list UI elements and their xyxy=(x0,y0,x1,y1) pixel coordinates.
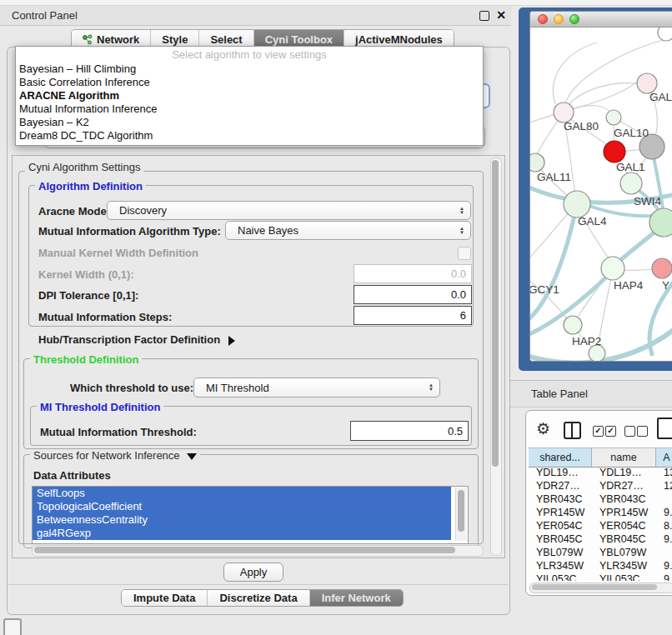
expanded-arrow-icon[interactable] xyxy=(187,453,197,460)
sources-group-title[interactable]: Sources for Network Inference xyxy=(30,449,200,462)
scrollbar-thumb[interactable] xyxy=(458,490,464,532)
table-row[interactable]: YBL079WYBL079W xyxy=(529,546,672,559)
network-node[interactable] xyxy=(620,172,642,194)
table-cell[interactable]: YDR27… xyxy=(592,479,656,492)
attribute-list-item[interactable]: SelfLoops xyxy=(33,487,451,500)
kernel-width-field[interactable]: 0.0 xyxy=(354,264,472,283)
table-column-header[interactable]: shared... xyxy=(529,448,592,467)
table-cell[interactable]: YBL079W xyxy=(529,546,592,559)
network-node[interactable] xyxy=(564,316,582,334)
float-window-icon[interactable] xyxy=(479,11,489,21)
network-edge[interactable] xyxy=(568,83,645,106)
table-cell[interactable]: YIL053C xyxy=(529,572,592,581)
attributes-vertical-scrollbar[interactable] xyxy=(455,488,467,541)
new-table-icon[interactable] xyxy=(657,418,672,439)
gear-icon[interactable]: ⚙ xyxy=(536,419,550,438)
unchecked-box-icon[interactable] xyxy=(624,426,635,437)
attribute-list-item[interactable]: gal4RGexp xyxy=(33,527,451,540)
dpi-tolerance-field[interactable]: 0.0 xyxy=(354,285,472,304)
table-column-header[interactable]: A xyxy=(656,448,672,467)
manual-kernel-checkbox[interactable] xyxy=(458,247,471,260)
mi-threshold-field[interactable]: 0.5 xyxy=(350,421,469,441)
scrollbar-thumb[interactable] xyxy=(532,584,657,590)
table-cell[interactable]: YBR043C xyxy=(529,492,592,506)
table-cell[interactable]: 13 xyxy=(656,466,672,479)
zoom-traffic-light-icon[interactable] xyxy=(569,14,579,24)
mi-steps-field[interactable]: 6 xyxy=(354,306,472,325)
dropdown-item[interactable]: ARACNE Algorithm xyxy=(16,89,483,102)
tab-impute-data[interactable]: Impute Data xyxy=(122,590,208,606)
network-edge[interactable] xyxy=(530,81,639,126)
table-cell[interactable]: YLR345W xyxy=(592,559,656,572)
table-row[interactable]: YDR27…YDR27…12 xyxy=(529,479,672,492)
table-cell[interactable]: 8. xyxy=(656,519,672,532)
table-cell[interactable]: YDL19… xyxy=(592,466,656,479)
network-graph[interactable]: GALGAL80GAL10GAL1GAL11GAL4SWI4GCY1HAP4YH… xyxy=(530,28,672,361)
table-cell[interactable]: 9. xyxy=(656,532,672,546)
table-row[interactable]: YDL19…YDL19…13 xyxy=(529,466,672,479)
table-row[interactable]: YER054CYER054C8. xyxy=(529,519,672,532)
network-node[interactable] xyxy=(530,153,544,172)
table-cell[interactable]: 12 xyxy=(656,479,672,492)
scrollbar-thumb[interactable] xyxy=(34,547,455,553)
network-node[interactable] xyxy=(658,28,672,41)
columns-icon[interactable] xyxy=(564,422,581,439)
settings-horizontal-scrollbar[interactable] xyxy=(32,545,484,557)
table-cell[interactable]: 9. xyxy=(656,506,672,519)
table-cell[interactable]: YBR045C xyxy=(592,532,656,546)
table-cell[interactable] xyxy=(656,492,672,506)
scrollbar-thumb[interactable] xyxy=(492,160,499,467)
table-horizontal-scrollbar[interactable] xyxy=(529,582,672,593)
table-cell[interactable]: YBR043C xyxy=(592,492,656,506)
attribute-list-item[interactable]: BetweennessCentrality xyxy=(33,513,451,527)
dropdown-item[interactable]: Dream8 DC_TDC Algorithm xyxy=(16,129,483,142)
table-row[interactable]: YIL053CYIL053C9. xyxy=(529,572,672,581)
table-cell[interactable]: YDR27… xyxy=(529,479,592,492)
network-node[interactable] xyxy=(564,191,590,218)
dropdown-item[interactable]: Bayesian – K2 xyxy=(16,116,483,129)
network-node[interactable] xyxy=(601,257,624,280)
table-cell[interactable]: YER054C xyxy=(592,519,656,532)
checked-box-icon[interactable]: ✓ xyxy=(605,426,616,437)
table-cell[interactable]: YLR345W xyxy=(529,559,592,572)
mi-type-combo[interactable]: Naive Bayes ▲▼ xyxy=(225,221,471,240)
attribute-list-item[interactable]: TopologicalCoefficient xyxy=(33,500,451,513)
table-row[interactable]: YBR043CYBR043C xyxy=(529,492,672,506)
unchecked-box-icon[interactable] xyxy=(637,426,648,437)
table-cell[interactable]: YBL079W xyxy=(592,546,656,559)
close-traffic-light-icon[interactable] xyxy=(538,14,548,24)
dropdown-item[interactable]: Mutual Information Inference xyxy=(16,102,483,116)
hub-definition-toggle[interactable]: Hub/Transcription Factor Definition xyxy=(38,333,235,346)
network-edge[interactable] xyxy=(553,42,597,104)
table-column-header[interactable]: name xyxy=(592,448,656,467)
collapsed-arrow-icon[interactable] xyxy=(228,336,235,346)
apply-button[interactable]: Apply xyxy=(223,562,283,582)
network-canvas[interactable]: GALGAL80GAL10GAL1GAL11GAL4SWI4GCY1HAP4YH… xyxy=(530,28,672,361)
table-cell[interactable]: YIL053C xyxy=(592,572,656,581)
table-cell[interactable]: 9. xyxy=(656,559,672,572)
which-threshold-combo[interactable]: MI Threshold ▲▼ xyxy=(193,378,440,398)
table-cell[interactable]: 9. xyxy=(656,572,672,581)
table-cell[interactable] xyxy=(656,546,672,559)
table-cell[interactable]: YDL19… xyxy=(529,466,592,479)
minimize-traffic-light-icon[interactable] xyxy=(554,14,564,24)
network-node[interactable] xyxy=(652,258,672,278)
network-window-titlebar[interactable] xyxy=(530,12,672,28)
settings-vertical-scrollbar[interactable] xyxy=(490,158,502,556)
network-edge[interactable] xyxy=(530,209,572,268)
network-node[interactable] xyxy=(604,141,625,162)
dropdown-item[interactable]: Basic Correlation Inference xyxy=(16,76,483,89)
table-cell[interactable]: YPR145W xyxy=(529,506,592,519)
network-node[interactable] xyxy=(649,208,672,237)
network-node[interactable] xyxy=(606,110,621,125)
table-row[interactable]: YBR045CYBR045C9. xyxy=(529,532,672,546)
panel-corner-button[interactable] xyxy=(3,618,22,635)
tab-infer-network[interactable]: Infer Network xyxy=(310,590,403,606)
table-row[interactable]: YLR345WYLR345W9. xyxy=(529,559,672,572)
table-cell[interactable]: YBR045C xyxy=(529,532,592,546)
table-cell[interactable]: YER054C xyxy=(529,519,592,532)
tab-discretize-data[interactable]: Discretize Data xyxy=(208,590,309,606)
table-row[interactable]: YPR145WYPR145W9. xyxy=(529,506,672,519)
checked-box-icon[interactable]: ✓ xyxy=(593,426,604,437)
table-cell[interactable]: YPR145W xyxy=(592,506,656,519)
